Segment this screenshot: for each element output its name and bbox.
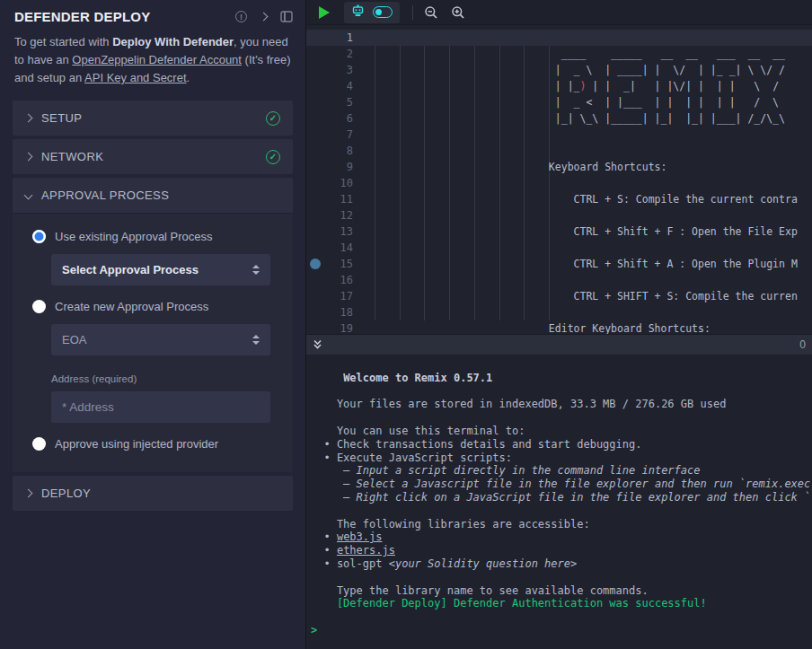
intro-text: To get started with — [14, 35, 112, 48]
line-number[interactable]: 5 — [306, 94, 353, 110]
split-panel-icon[interactable] — [280, 11, 293, 22]
editor-line-text[interactable]: | _ \ | ____| | \/ | |_ _| \ \/ / — [375, 62, 785, 78]
section-deploy-header[interactable]: DEPLOY — [13, 476, 293, 511]
editor-line-text[interactable]: CTRL + Shift + F : Open the File Exp — [375, 224, 798, 240]
collapse-terminal-icon[interactable] — [313, 339, 322, 350]
terminal-text: • Check transactions details and start d… — [311, 438, 641, 451]
select-value: EOA — [62, 333, 252, 346]
editor-line-text[interactable]: |_| \_\ |_____| |_| |_| |___| /_/\_\ — [375, 110, 785, 127]
line-number[interactable]: 4 — [306, 78, 353, 94]
line-number[interactable]: 18 — [306, 304, 353, 320]
editor-line-text[interactable]: CTRL + SHIFT + S: Compile the curren — [375, 288, 798, 304]
ai-controls — [344, 2, 400, 23]
check-circle-icon: ✓ — [266, 150, 280, 164]
section-approval-header[interactable]: APPROVAL PROCESS — [13, 178, 293, 213]
editor-line: 7 — [306, 127, 812, 143]
terminal-text: • sol-gpt — [311, 557, 389, 570]
radio-create-new[interactable]: Create new Approval Process — [32, 300, 282, 313]
line-number[interactable]: 1 — [306, 30, 353, 46]
terminal-link[interactable]: ethers.js — [337, 544, 395, 557]
radio-button-checked[interactable] — [32, 230, 46, 243]
line-number[interactable]: 12 — [306, 207, 353, 224]
section-network-header[interactable]: NETWORK ✓ — [13, 139, 293, 174]
terminal-line: • ethers.js — [311, 544, 812, 557]
radio-label: Use existing Approval Process — [55, 230, 213, 243]
editor-line: 16 — [306, 272, 812, 288]
chevron-right-icon — [24, 114, 33, 123]
line-number[interactable]: 3 — [306, 62, 353, 78]
terminal-line — [311, 571, 812, 584]
approval-process-select[interactable]: Select Approval Process — [51, 254, 270, 285]
line-number[interactable]: 10 — [306, 175, 353, 191]
breakpoint-icon[interactable] — [310, 259, 321, 269]
terminal-line: > — [311, 624, 812, 637]
chevron-right-icon — [24, 153, 33, 162]
terminal-text: You can use this terminal to: — [311, 425, 525, 437]
terminal-text: > — [311, 624, 323, 636]
zoom-in-icon[interactable] — [451, 5, 465, 20]
radio-button-unchecked[interactable] — [32, 300, 46, 313]
section-approval-process: APPROVAL PROCESS Use existing Approval P… — [13, 178, 293, 472]
line-number[interactable]: 14 — [306, 240, 353, 256]
line-number[interactable]: 16 — [306, 272, 353, 288]
line-number[interactable]: 17 — [306, 288, 353, 304]
terminal-text — [311, 372, 343, 384]
run-script-icon[interactable] — [319, 6, 330, 19]
editor-line-text[interactable]: ____ _____ __ __ ___ __ __ — [375, 46, 785, 62]
editor-line: 3 | _ \ | ____| | \/ | |_ _| \ \/ / — [306, 62, 812, 78]
terminal-line: The following libraries are accessible: — [311, 518, 812, 531]
line-number[interactable]: 9 — [306, 159, 353, 175]
editor-line-text[interactable]: CTRL + S: Compile the current contra — [375, 191, 798, 207]
terminal-header: 0 — [306, 334, 812, 355]
editor-line: 4 | |_) | | _| | |\/| | | | \ / — [306, 78, 812, 94]
chevron-down-icon — [24, 191, 33, 200]
terminal-output[interactable]: Welcome to Remix 0.57.1 Your files are s… — [306, 355, 812, 649]
approval-process-body: Use existing Approval Process Select App… — [13, 213, 293, 472]
chevron-right-icon[interactable] — [260, 13, 269, 22]
line-number[interactable]: 2 — [306, 46, 353, 62]
terminal-text: Your files are stored in indexedDB, 33.3… — [311, 398, 726, 410]
editor-line: 14 — [306, 240, 812, 256]
ai-toggle[interactable] — [373, 6, 393, 18]
editor-line-text[interactable]: Keyboard Shortcuts: — [375, 159, 666, 175]
terminal-text: Type the library name to see available c… — [311, 584, 649, 597]
radio-use-existing[interactable]: Use existing Approval Process — [32, 230, 282, 243]
line-number[interactable]: 8 — [306, 143, 353, 159]
radio-label: Create new Approval Process — [55, 300, 208, 313]
terminal-text: – Select a Javascript file in the file e… — [343, 478, 810, 490]
select-value: Select Approval Process — [62, 263, 252, 276]
address-input[interactable] — [51, 391, 270, 423]
info-icon[interactable]: ! — [235, 11, 247, 22]
editor-line-text[interactable]: | |_) | | _| | |\/| | | | \ / — [375, 78, 779, 94]
approval-type-select[interactable]: EOA — [51, 324, 270, 355]
remix-ide-window: DEFENDER DEPLOY ! To get started with De… — [0, 0, 812, 649]
zoom-out-icon[interactable] — [424, 5, 438, 20]
terminal-text: • — [311, 531, 337, 543]
radio-button-unchecked[interactable] — [32, 437, 46, 451]
line-number[interactable]: 11 — [306, 191, 353, 207]
terminal-text — [311, 478, 343, 490]
editor-line-text[interactable]: | _ < | |___ | | | | | | / \ — [375, 94, 779, 110]
terminal-text: [Defender Deploy] Defender Authenticatio… — [311, 597, 707, 610]
radio-injected-provider[interactable]: Approve using injected provider — [32, 437, 282, 451]
editor-line: 6 |_| \_\ |_____| |_| |_| |___| /_/\_\ — [306, 110, 812, 127]
terminal-link[interactable]: web3.js — [337, 531, 383, 543]
code-editor[interactable]: 12 ____ _____ __ __ ___ __ __3 | _ \ | _… — [306, 25, 812, 334]
line-number[interactable]: 19 — [306, 320, 353, 334]
editor-line: 8 — [306, 143, 812, 159]
editor-line-text[interactable]: CTRL + Shift + A : Open the Plugin M — [375, 256, 798, 272]
defender-account-link[interactable]: OpenZeppelin Defender Account — [72, 53, 242, 66]
terminal-line: • sol-gpt <your Solidity question here> — [311, 557, 812, 571]
ai-robot-icon[interactable] — [351, 4, 365, 21]
api-key-link[interactable]: API Key and Secret — [84, 71, 186, 84]
line-number[interactable]: 7 — [306, 127, 353, 143]
editor-line-text[interactable]: Editor Keyboard Shortcuts: — [375, 320, 710, 334]
section-setup-header[interactable]: SETUP ✓ — [13, 101, 293, 136]
line-number[interactable]: 6 — [306, 110, 353, 127]
line-number[interactable]: 13 — [306, 224, 353, 240]
editor-line: 13 CTRL + Shift + F : Open the File Exp — [306, 224, 812, 240]
defender-deploy-panel: DEFENDER DEPLOY ! To get started with De… — [0, 0, 306, 649]
terminal-text: <your Solidity question here> — [389, 557, 578, 570]
terminal-text: The following libraries are accessible: — [311, 518, 590, 531]
editor-lines: 12 ____ _____ __ __ ___ __ __3 | _ \ | _… — [306, 30, 812, 334]
